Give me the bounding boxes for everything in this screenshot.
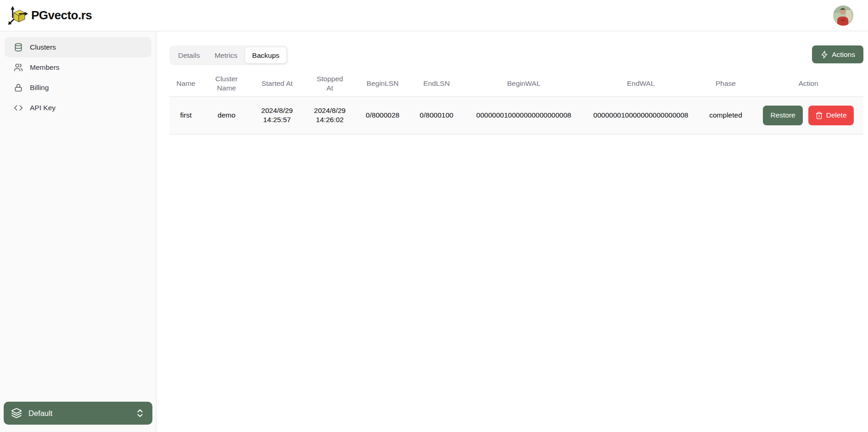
lightning-icon bbox=[820, 50, 829, 59]
sidebar-item-members[interactable]: Members bbox=[5, 57, 151, 78]
restore-button-label: Restore bbox=[770, 111, 795, 119]
column-header-end-lsn: EndLSN bbox=[409, 71, 464, 96]
main-content: Details Metrics Backups Actions bbox=[157, 31, 868, 432]
cell-end-lsn: 0/8000100 bbox=[409, 96, 464, 134]
trash-icon bbox=[815, 112, 823, 119]
column-header-action: Action bbox=[753, 71, 863, 96]
column-header-phase: Phase bbox=[698, 71, 753, 96]
column-header-begin-wal: BeginWAL bbox=[464, 71, 583, 96]
sidebar-item-label: Billing bbox=[30, 84, 49, 92]
lock-icon bbox=[14, 83, 23, 92]
cell-end-wal: 000000010000000000000008 bbox=[583, 96, 698, 134]
cell-started-at: 2024/8/29 14:25:57 bbox=[251, 96, 303, 134]
app-root: PGvecto.rs bbox=[0, 0, 868, 432]
table-header-row: Name Cluster Name Started At Stopped At … bbox=[169, 71, 863, 96]
layers-icon bbox=[11, 408, 22, 419]
cell-action: Restore bbox=[753, 96, 863, 134]
actions-button-label: Actions bbox=[832, 50, 855, 59]
users-icon bbox=[14, 63, 23, 72]
sidebar-item-billing[interactable]: Billing bbox=[5, 78, 151, 98]
tab-group: Details Metrics Backups bbox=[169, 45, 288, 65]
cell-stopped-at: 2024/8/29 14:26:02 bbox=[303, 96, 356, 134]
brand-logo: PGvecto.rs bbox=[7, 5, 92, 26]
delete-button[interactable]: Delete bbox=[808, 106, 854, 125]
restore-button[interactable]: Restore bbox=[763, 106, 802, 125]
column-header-stopped-at: Stopped At bbox=[303, 71, 356, 96]
cell-begin-wal: 000000010000000000000008 bbox=[464, 96, 583, 134]
sidebar-item-clusters[interactable]: Clusters bbox=[5, 37, 151, 57]
user-avatar[interactable] bbox=[833, 6, 853, 26]
sidebar-item-label: Clusters bbox=[30, 43, 56, 51]
brand-name: PGvecto.rs bbox=[31, 8, 92, 22]
code-icon bbox=[14, 103, 23, 112]
delete-button-label: Delete bbox=[826, 111, 847, 119]
tab-metrics[interactable]: Metrics bbox=[207, 47, 244, 63]
table-row: first demo 2024/8/29 14:25:57 2024/8/29 … bbox=[169, 96, 863, 134]
backups-table: Name Cluster Name Started At Stopped At … bbox=[169, 71, 863, 135]
database-icon bbox=[14, 43, 23, 52]
sidebar: Clusters Members bbox=[0, 31, 157, 432]
tab-backups[interactable]: Backups bbox=[245, 47, 286, 63]
actions-button[interactable]: Actions bbox=[812, 45, 863, 63]
cell-begin-lsn: 0/8000028 bbox=[356, 96, 409, 134]
toolbar: Details Metrics Backups Actions bbox=[169, 45, 863, 65]
tab-details[interactable]: Details bbox=[171, 47, 207, 63]
column-header-started-at: Started At bbox=[251, 71, 303, 96]
column-header-begin-lsn: BeginLSN bbox=[356, 71, 409, 96]
column-header-cluster-name: Cluster Name bbox=[202, 71, 251, 96]
cube-axes-icon bbox=[7, 5, 28, 26]
cell-name: first bbox=[169, 96, 202, 134]
chevrons-up-down-icon bbox=[135, 408, 145, 418]
workspace-label: Default bbox=[28, 409, 52, 418]
sidebar-item-api-key[interactable]: API Key bbox=[5, 98, 151, 118]
column-header-name: Name bbox=[169, 71, 202, 96]
top-header: PGvecto.rs bbox=[0, 0, 868, 31]
cell-cluster-name: demo bbox=[202, 96, 251, 134]
sidebar-item-label: Members bbox=[30, 63, 60, 72]
workspace-switcher[interactable]: Default bbox=[4, 402, 152, 425]
sidebar-item-label: API Key bbox=[30, 104, 56, 112]
body-row: Clusters Members bbox=[0, 31, 868, 432]
column-header-end-wal: EndWAL bbox=[583, 71, 698, 96]
cell-phase: completed bbox=[698, 96, 753, 134]
